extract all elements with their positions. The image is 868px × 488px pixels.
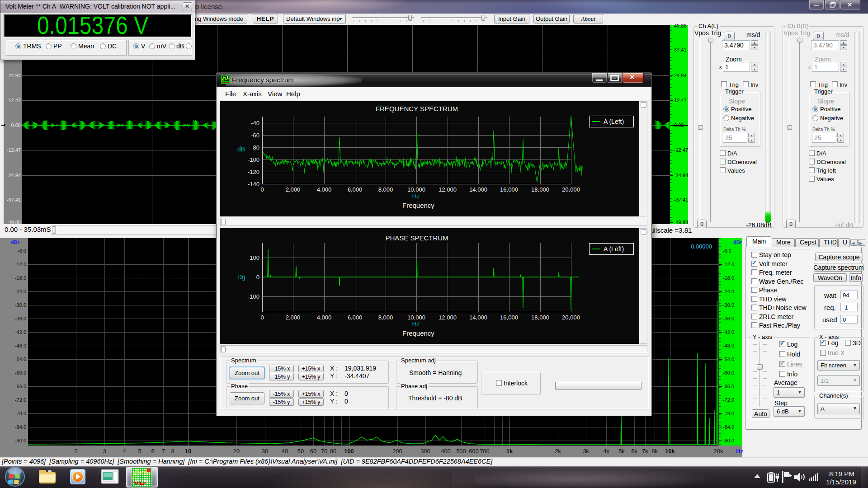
svg-text:20k: 20k (714, 448, 723, 455)
svg-text:24.94: 24.94 (674, 73, 687, 78)
svg-text:100: 100 (250, 254, 259, 261)
svg-text:2: 2 (74, 448, 77, 455)
svg-text:-66.0: -66.0 (15, 384, 26, 389)
svg-text:0: 0 (260, 186, 264, 193)
svg-text:dB: dB (237, 145, 245, 153)
svg-text:7k: 7k (642, 448, 648, 455)
svg-text:20,000: 20,000 (562, 314, 580, 321)
svg-text:18,000: 18,000 (531, 186, 549, 193)
svg-text:12,000: 12,000 (439, 314, 457, 321)
svg-text:80: 80 (330, 448, 336, 455)
svg-text:-49.88: -49.88 (7, 220, 21, 224)
svg-text:0.00: 0.00 (11, 122, 21, 128)
svg-text:-54.0: -54.0 (15, 357, 26, 362)
svg-text:-140: -140 (248, 181, 259, 188)
svg-text:-49.88: -49.88 (674, 220, 688, 224)
svg-text:-84.0: -84.0 (15, 424, 26, 430)
svg-text:-18.0: -18.0 (15, 275, 26, 281)
svg-text:-30.0: -30.0 (723, 302, 734, 308)
svg-text:A (Left): A (Left) (604, 118, 624, 125)
svg-text:-40: -40 (251, 120, 259, 127)
svg-text:-80: -80 (251, 144, 259, 151)
svg-text:-90.0: -90.0 (15, 438, 26, 443)
svg-text:6,000: 6,000 (348, 314, 363, 321)
svg-text:-48.0: -48.0 (723, 343, 734, 348)
svg-text:7: 7 (161, 448, 165, 455)
svg-text:50: 50 (297, 448, 304, 455)
svg-text:2k: 2k (555, 448, 561, 455)
svg-text:-24.94: -24.94 (7, 173, 21, 178)
svg-text:0: 0 (256, 274, 259, 281)
svg-text:-90.0: -90.0 (723, 438, 734, 443)
svg-text:5k: 5k (618, 448, 625, 455)
svg-text:-54.0: -54.0 (723, 357, 734, 362)
svg-text:-100: -100 (248, 293, 259, 300)
svg-text:8k: 8k (651, 448, 658, 455)
svg-text:60: 60 (310, 448, 316, 455)
svg-text:400: 400 (441, 448, 451, 455)
svg-text:200: 200 (392, 448, 402, 455)
svg-text:-42.0: -42.0 (15, 329, 26, 335)
svg-text:-12.0: -12.0 (15, 262, 26, 267)
svg-text:40: 40 (282, 448, 288, 455)
svg-text:500: 500 (456, 448, 466, 455)
svg-text:-42.0: -42.0 (723, 329, 734, 335)
svg-text:6: 6 (151, 448, 154, 455)
svg-text:-6.0: -6.0 (18, 248, 26, 253)
svg-text:-6.0: -6.0 (723, 248, 731, 253)
svg-text:100: 100 (344, 448, 354, 455)
svg-text:-37.41: -37.41 (7, 197, 21, 202)
svg-text:-12.47: -12.47 (7, 147, 21, 153)
svg-text:4k: 4k (603, 448, 609, 455)
svg-text:-120: -120 (248, 169, 259, 175)
svg-text:18,000: 18,000 (531, 314, 549, 321)
svg-text:-37.41: -37.41 (674, 197, 688, 202)
svg-text:-18.0: -18.0 (723, 275, 734, 281)
svg-text:12.47: 12.47 (8, 98, 21, 103)
svg-text:14,000: 14,000 (469, 314, 487, 321)
svg-text:-60.0: -60.0 (723, 370, 734, 375)
svg-text:24.94: 24.94 (8, 73, 21, 78)
svg-text:-60.0: -60.0 (15, 370, 26, 375)
svg-text:12.47: 12.47 (674, 98, 687, 103)
svg-text:FREQUENCY SPECTRUM: FREQUENCY SPECTRUM (376, 105, 458, 113)
svg-text:1k: 1k (506, 448, 513, 455)
svg-text:70: 70 (321, 448, 327, 455)
svg-text:4,000: 4,000 (317, 314, 332, 321)
svg-text:Dg: Dg (237, 273, 245, 281)
svg-text:0: 0 (260, 314, 264, 321)
svg-text:←: ← (680, 122, 685, 128)
svg-text:-24.0: -24.0 (723, 289, 734, 294)
svg-text:10,000: 10,000 (407, 314, 425, 321)
svg-text:30: 30 (262, 448, 268, 455)
svg-text:37.41: 37.41 (674, 47, 687, 52)
svg-text:10,000: 10,000 (407, 186, 425, 193)
svg-text:-12.0: -12.0 (723, 262, 734, 267)
svg-text:12,000: 12,000 (439, 186, 457, 193)
svg-text:0.00000: 0.00000 (691, 243, 712, 250)
svg-text:10k: 10k (665, 448, 675, 455)
svg-text:-24.94: -24.94 (674, 173, 688, 178)
svg-text:Hz: Hz (412, 320, 420, 328)
svg-text:-66.0: -66.0 (723, 384, 734, 389)
svg-text:2,000: 2,000 (286, 186, 301, 193)
svg-text:8,000: 8,000 (378, 186, 393, 193)
svg-text:-12.47: -12.47 (674, 147, 688, 153)
svg-text:10: 10 (185, 448, 191, 455)
svg-text:Hz: Hz (412, 192, 420, 200)
svg-text:16,000: 16,000 (500, 186, 518, 193)
svg-text:-36.0: -36.0 (15, 316, 26, 321)
svg-text:700: 700 (480, 448, 490, 455)
svg-text:Frequency: Frequency (402, 202, 434, 209)
svg-text:dBr: dBr (733, 239, 742, 245)
svg-text:-84.0: -84.0 (723, 424, 734, 430)
svg-text:600: 600 (469, 448, 479, 455)
svg-text:PHASE SPECTRUM: PHASE SPECTRUM (385, 234, 448, 242)
svg-text:49.88: 49.88 (674, 23, 687, 28)
svg-text:-78.0: -78.0 (15, 411, 26, 416)
svg-text:-72.0: -72.0 (15, 397, 26, 403)
svg-text:3k: 3k (583, 448, 589, 455)
svg-text:-60: -60 (251, 132, 259, 139)
svg-text:-72.0: -72.0 (723, 397, 734, 403)
svg-text:-24.0: -24.0 (15, 289, 26, 294)
